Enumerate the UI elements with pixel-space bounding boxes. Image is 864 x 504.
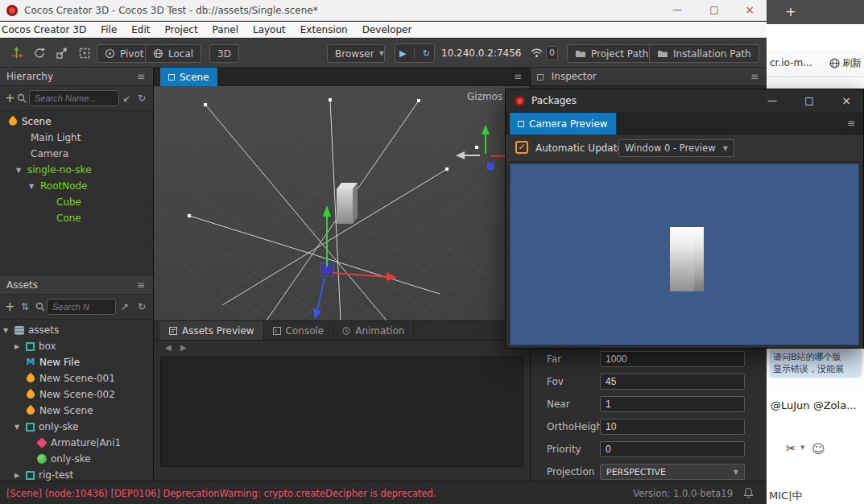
tab-camera-preview[interactable]: Camera Preview <box>510 113 616 134</box>
tab-assets-preview[interactable]: Assets Preview <box>160 321 264 340</box>
hierarchy-item-rootnode[interactable]: ▼ RootNode <box>0 178 153 194</box>
asset-item-new-scene-002[interactable]: New Scene-002 <box>0 386 153 403</box>
emoji-icon[interactable]: ☺ <box>812 441 825 456</box>
play-icon[interactable]: ▶ <box>399 48 406 59</box>
asset-item-new-scene-001[interactable]: New Scene-001 <box>0 370 153 386</box>
play-button-group[interactable]: ▶ ↻ <box>395 43 435 63</box>
hierarchy-item-camera[interactable]: Camera <box>0 146 153 162</box>
local-button[interactable]: Local <box>145 44 201 63</box>
projection-select[interactable]: PERSPECTIVE ▼ <box>600 464 745 480</box>
browser-tabstrip: + <box>767 0 864 24</box>
asset-item-new-file[interactable]: New File <box>0 354 153 370</box>
near-input[interactable] <box>600 396 745 412</box>
scene-menu-icon[interactable]: ≡ <box>514 68 522 85</box>
cocos-logo-icon <box>6 5 18 16</box>
asset-label: rig-test <box>39 469 73 481</box>
asset-item-box[interactable]: ▶ box <box>0 338 153 354</box>
move-tool-button[interactable] <box>6 43 27 63</box>
close-button[interactable]: × <box>738 0 762 20</box>
auto-updates-checkbox[interactable]: ✓ <box>515 141 528 154</box>
asset-item-only-ske[interactable]: ▼ only-ske <box>0 419 153 435</box>
inspector-menu-icon[interactable]: ≡ <box>750 68 759 85</box>
expander-icon[interactable]: ▶ <box>14 343 26 350</box>
node-label: single-no-ske <box>27 164 92 176</box>
pivot-label: Pivot <box>120 48 143 60</box>
expander-icon[interactable]: ▼ <box>14 423 26 431</box>
refresh-link[interactable]: 刷新 <box>829 56 862 70</box>
far-input[interactable] <box>600 351 745 367</box>
hierarchy-item-single-no-ske[interactable]: ▼ single-no-ske <box>0 162 153 178</box>
next-arrow-icon[interactable]: ▶ <box>180 343 187 352</box>
scene-viewport[interactable]: Gizmos ▼ <box>154 86 530 320</box>
asset-item-rig-test[interactable]: ▶ rig-test <box>0 467 153 481</box>
scissors-icon[interactable]: ✂ <box>786 441 796 456</box>
menu-edit[interactable]: Edit <box>124 24 157 35</box>
hierarchy-item-main-light[interactable]: Main Light <box>0 130 153 146</box>
project-path-label: Project Path <box>591 48 648 60</box>
node-label: Scene <box>22 116 52 127</box>
asset-item-only-ske-prefab[interactable]: only-ske <box>0 451 153 467</box>
expander-icon[interactable]: ▼ <box>16 167 27 174</box>
auto-updates-label: Automatic Updates <box>535 143 628 154</box>
hierarchy-item-cube[interactable]: Cube <box>0 194 153 210</box>
scene-3d-canvas[interactable] <box>154 86 530 320</box>
tab-animation[interactable]: Animation <box>333 321 414 340</box>
menu-extension[interactable]: Extension <box>293 24 355 35</box>
refresh-icon[interactable]: ↻ <box>138 92 146 105</box>
tab-scene[interactable]: Scene <box>160 68 217 86</box>
expander-icon[interactable]: ▼ <box>3 327 14 334</box>
notification-bell-icon[interactable] <box>743 487 754 498</box>
hierarchy-menu-icon[interactable]: ≡ <box>137 68 145 85</box>
sort-icon[interactable]: ⇅ <box>21 300 29 313</box>
browser-dropdown[interactable]: Browser ▼ <box>327 44 385 63</box>
expand-all-icon[interactable]: ↗ <box>121 300 129 313</box>
window-select-dropdown[interactable]: Window 0 - Preview ▼ <box>618 139 734 157</box>
hierarchy-item-cone[interactable]: Cone <box>0 210 153 226</box>
add-asset-button[interactable]: + <box>5 300 15 314</box>
scale-tool-button[interactable] <box>52 43 72 63</box>
asset-label: assets <box>28 324 59 336</box>
pivot-button[interactable]: Pivot <box>97 44 151 63</box>
animation-tab-label: Animation <box>355 325 404 337</box>
hierarchy-item-scene[interactable]: Scene <box>0 114 153 130</box>
priority-input[interactable] <box>600 441 745 457</box>
scissors-caret-icon[interactable]: ▼ <box>800 444 804 451</box>
menu-layout[interactable]: Layout <box>246 24 293 35</box>
hierarchy-search-input[interactable] <box>29 90 119 106</box>
mentions-text[interactable]: @LuJun @Zola... <box>771 399 863 411</box>
expander-icon[interactable]: ▼ <box>29 183 40 190</box>
refresh-icon[interactable]: ↻ <box>138 300 146 313</box>
expander-icon[interactable]: ▶ <box>14 472 26 479</box>
asset-item-new-scene[interactable]: New Scene <box>0 403 153 419</box>
menu-developer[interactable]: Developer <box>355 24 420 35</box>
assets-search-input[interactable] <box>47 299 116 315</box>
menu-project[interactable]: Project <box>158 24 205 35</box>
add-node-button[interactable]: + <box>5 91 15 105</box>
collapse-all-icon[interactable]: ↙ <box>122 92 130 105</box>
mode-3d-button[interactable]: 3D <box>209 44 239 63</box>
asset-item-armature-ani1[interactable]: Armature|Ani1 <box>0 435 153 451</box>
orthoheight-input[interactable] <box>600 419 745 435</box>
new-tab-button[interactable]: + <box>781 2 800 22</box>
packages-minimize-button[interactable]: — <box>760 89 784 113</box>
packages-titlebar[interactable]: Packages — □ × <box>506 89 863 113</box>
rotate-tool-button[interactable] <box>29 43 49 63</box>
installation-path-button[interactable]: Installation Path <box>649 44 759 63</box>
menu-file[interactable]: File <box>93 24 124 35</box>
rect-tool-button[interactable] <box>74 43 94 63</box>
asset-item-assets-root[interactable]: ▼ assets <box>0 322 153 338</box>
maximize-button[interactable]: □ <box>702 0 726 20</box>
prev-arrow-icon[interactable]: ◀ <box>165 343 172 352</box>
fov-input[interactable] <box>600 374 745 390</box>
minimize-button[interactable]: — <box>665 0 689 20</box>
menu-panel[interactable]: Panel <box>205 24 246 35</box>
reload-icon[interactable]: ↻ <box>423 48 430 59</box>
packages-menu-icon[interactable]: ≡ <box>847 113 855 134</box>
packages-maximize-button[interactable]: □ <box>797 89 821 113</box>
packages-close-button[interactable]: × <box>834 89 858 113</box>
project-path-button[interactable]: Project Path <box>567 44 656 63</box>
tab-console[interactable]: Console <box>264 321 334 340</box>
assets-menu-icon[interactable]: ≡ <box>137 276 145 294</box>
menu-cocos-creator[interactable]: Cocos Creator 3D <box>0 24 93 35</box>
scene-tab-label: Scene <box>180 72 209 83</box>
